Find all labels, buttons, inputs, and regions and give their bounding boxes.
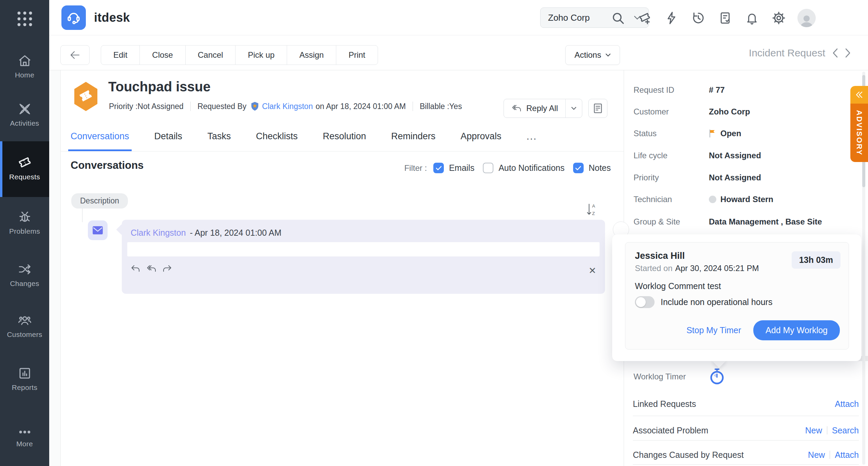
reply-options-chevron[interactable] (565, 99, 582, 118)
message-author-link[interactable]: Clark Kingston (131, 228, 186, 238)
tab-checklists[interactable]: Checklists (256, 121, 298, 151)
linked-requests-label: Linked Requests (633, 399, 696, 409)
worklog-started-on: Started onApr 30, 2024 05:21 PM (635, 264, 759, 273)
reply-controls: Reply All (504, 99, 607, 118)
description-chip[interactable]: Description (71, 193, 128, 209)
tab-approvals[interactable]: Approvals (460, 121, 501, 151)
linked-requests-attach-link[interactable]: Attach (835, 399, 859, 409)
property-row-status: Status Open (634, 126, 857, 141)
request-detail-card: Touchpad issue Priority :Not Assigned Re… (60, 70, 624, 466)
forward-icon[interactable] (163, 265, 172, 273)
edit-button[interactable]: Edit (101, 45, 140, 65)
associated-problem-search-link[interactable]: Search (832, 426, 859, 435)
sidebar-item-label: Problems (0, 227, 49, 235)
changes-caused-new-link[interactable]: New (808, 450, 825, 460)
advisory-collapse-icon[interactable] (850, 86, 868, 104)
sidebar-item-reports[interactable]: Reports (0, 366, 49, 392)
requester-badge-icon (250, 102, 259, 111)
close-message-icon[interactable]: ✕ (588, 265, 596, 276)
feedback-note-icon[interactable] (717, 10, 733, 26)
request-toolbar: Edit Close Cancel Pick up Assign Print A… (49, 36, 868, 70)
property-label: Life cycle (634, 151, 709, 160)
sidebar-item-activities[interactable]: Activities (0, 102, 49, 127)
history-icon[interactable] (690, 10, 706, 26)
actions-dropdown-button[interactable]: Actions (565, 45, 620, 65)
itdesk-incident-request-page: { "header": { "app_name": "itdesk", "org… (0, 0, 868, 466)
non-operational-hours-toggle[interactable] (635, 296, 655, 308)
apps-grid-icon[interactable] (17, 12, 32, 26)
lifecycle-value[interactable]: Not Assigned (709, 151, 761, 160)
next-request-icon[interactable] (845, 48, 851, 58)
tab-more[interactable]: ... (526, 121, 537, 151)
toggle-knob (636, 297, 646, 307)
conversation-filters: Filter : Emails Auto Notifications Notes (404, 163, 611, 173)
cancel-button[interactable]: Cancel (185, 45, 236, 65)
sidebar-item-problems[interactable]: Problems (0, 210, 49, 235)
assign-button[interactable]: Assign (287, 45, 336, 65)
message-preview[interactable] (127, 242, 600, 256)
changes-caused-row: Changes Caused by Request New Attach (633, 445, 859, 465)
app-brand: itdesk (61, 5, 130, 30)
auto-notifications-checkbox[interactable] (483, 163, 493, 173)
property-row-request-id: Request ID # 77 (634, 83, 857, 97)
changes-caused-attach-link[interactable]: Attach (835, 450, 859, 460)
pickup-button[interactable]: Pick up (235, 45, 287, 65)
people-icon (0, 313, 49, 327)
tab-resolution[interactable]: Resolution (323, 121, 366, 151)
reply-all-icon[interactable] (146, 265, 156, 273)
sidebar-item-more[interactable]: More (0, 427, 49, 448)
stop-my-timer-link[interactable]: Stop My Timer (686, 325, 741, 335)
conversation-message-card: Clark Kingston - Apr 18, 2024 01:00 AM ✕ (122, 220, 605, 294)
print-button[interactable]: Print (336, 45, 378, 65)
sidebar-item-changes[interactable]: Changes (0, 262, 49, 288)
sort-az-icon[interactable]: AZ (586, 203, 598, 216)
back-button[interactable] (60, 45, 90, 65)
advisory-side-tab: ADVISORY (850, 86, 868, 162)
sidebar-item-home[interactable]: Home (0, 54, 49, 79)
tab-conversations[interactable]: Conversations (71, 121, 129, 151)
requester-link[interactable]: Clark Kingston (262, 102, 313, 111)
settings-gear-icon[interactable] (771, 10, 787, 26)
tab-tasks[interactable]: Tasks (207, 121, 231, 151)
property-row-lifecycle: Life cycle Not Assigned (634, 148, 857, 163)
bar-chart-icon (0, 366, 49, 380)
notifications-bell-icon[interactable] (744, 10, 760, 26)
add-my-worklog-button[interactable]: Add My Worklog (753, 320, 840, 340)
notes-checkbox[interactable] (573, 163, 584, 173)
row-divider (633, 464, 859, 465)
request-notes-icon[interactable] (588, 99, 607, 118)
worklog-timer-label: Worklog Timer (634, 372, 709, 381)
reply-icon[interactable] (131, 265, 140, 273)
previous-request-icon[interactable] (832, 48, 838, 58)
requested-by-label: Requested By (197, 102, 246, 111)
property-row-customer: Customer Zoho Corp (634, 104, 857, 119)
property-label: Technician (634, 195, 709, 204)
request-title: Touchpad issue (108, 79, 211, 94)
advisory-tab-button[interactable]: ADVISORY (850, 104, 868, 162)
emails-filter-label: Emails (449, 163, 474, 173)
emails-checkbox[interactable] (433, 163, 444, 173)
user-avatar[interactable] (797, 9, 816, 27)
tab-details[interactable]: Details (154, 121, 183, 151)
customer-value: Zoho Corp (709, 107, 750, 116)
tab-reminders[interactable]: Reminders (391, 121, 436, 151)
worklog-stopwatch-icon[interactable] (709, 368, 725, 386)
breadcrumb: Incident Request (749, 36, 851, 70)
add-request-icon[interactable] (637, 10, 653, 26)
sidebar-item-label: Requests (0, 173, 49, 181)
sidebar-item-requests[interactable]: Requests (0, 141, 49, 197)
priority-panel-value[interactable]: Not Assigned (709, 173, 761, 182)
status-value[interactable]: Open (709, 129, 741, 138)
group-site-value[interactable]: Data Management , Base Site (709, 217, 822, 227)
property-row-priority: Priority Not Assigned (634, 170, 857, 185)
quick-actions-bolt-icon[interactable] (663, 10, 680, 26)
more-dots-icon (0, 427, 49, 437)
sidebar-item-customers[interactable]: Customers (0, 313, 49, 339)
meta-divider (190, 102, 191, 111)
close-request-button[interactable]: Close (139, 45, 185, 65)
technician-value[interactable]: Howard Stern (709, 195, 773, 204)
search-icon[interactable] (610, 10, 626, 26)
link-separator (827, 426, 827, 434)
associated-problem-new-link[interactable]: New (805, 426, 822, 435)
reply-all-button[interactable]: Reply All (504, 99, 565, 118)
